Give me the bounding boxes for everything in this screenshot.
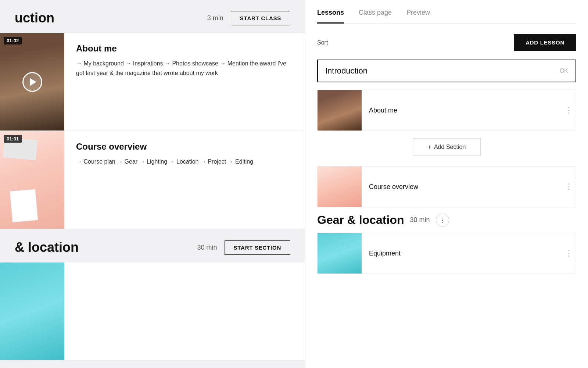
add-section-row: + Add Section [317,138,576,156]
lesson-item-thumb-person [318,90,362,131]
notebook-decoration [10,189,38,222]
lesson-item-menu-course-overview[interactable]: ⋮ [561,167,576,207]
lesson-item-title-course-overview: Course overview [369,183,554,191]
lesson-content-empty [64,262,305,360]
lesson-item-title-equipment: Equipment [369,250,554,257]
section2-heading-title: Gear & location [317,213,404,227]
section1-duration: 3 min [207,14,223,22]
three-dots-icon-1: ⋮ [565,106,573,115]
lesson-content-course-overview: Course overview → Course plan → Gear → L… [64,131,305,229]
lesson-item-menu-about-me[interactable]: ⋮ [561,90,576,131]
section2-meta: 30 min START SECTION [197,240,290,255]
lesson-title-course-overview: Course overview [76,142,293,152]
plus-icon: + [428,144,431,150]
lesson-item-course-overview: Course overview ⋮ [317,166,576,207]
tab-class-page[interactable]: Class page [359,9,392,24]
left-panel: uction 3 min START CLASS 01:02 About me … [0,0,305,368]
duration-badge-1: 01:02 [4,37,22,44]
add-section-label: Add Section [434,144,466,150]
lesson-item-content-about-me: About me [362,100,561,121]
lesson-thumbnail-course-overview: 01:01 [0,131,64,229]
lesson-desc-about-me: → My background → Inspirations → Photos … [76,59,293,78]
section2-header: & location 30 min START SECTION [0,229,305,262]
sort-button[interactable]: Sort [317,39,328,46]
start-class-button[interactable]: START CLASS [231,11,290,25]
lesson-item-thumb-desk [318,167,362,207]
section-input-row: OK [317,60,576,82]
tab-preview[interactable]: Preview [406,9,430,24]
section1-meta: 3 min START CLASS [207,11,290,25]
lesson-item-menu-equipment[interactable]: ⋮ [561,233,576,274]
three-dots-icon-3: ⋮ [565,249,573,258]
start-section-button[interactable]: START SECTION [225,240,290,255]
section1-title: uction [15,10,54,26]
section2-heading-duration: 30 min [410,216,430,224]
section-title-input[interactable] [325,66,560,76]
lesson-item-about-me: About me ⋮ [317,90,576,131]
ok-button[interactable]: OK [560,68,568,74]
camera-thumbnail-bg [0,262,64,360]
section2-title: & location [15,240,79,255]
section2-heading-row: Gear & location 30 min ⋮ [317,213,576,227]
lesson-card-camera [0,262,305,360]
three-dots-icon-2: ⋮ [565,182,573,192]
lesson-content-about-me: About me → My background → Inspirations … [64,33,305,131]
section2-dots-icon: ⋮ [439,216,446,224]
right-panel: Lessons Class page Preview Sort ADD LESS… [305,0,588,368]
lesson-item-thumb-camera [318,233,362,274]
play-button-1[interactable] [22,72,42,92]
duration-badge-2: 01:01 [4,135,22,143]
lesson-thumbnail-about-me: 01:02 [0,33,64,131]
tabs-row: Lessons Class page Preview [317,0,576,24]
section2-duration: 30 min [197,244,217,251]
lesson-desc-course-overview: → Course plan → Gear → Lighting → Locati… [76,157,293,167]
desk-thumbnail-bg [0,131,64,229]
add-lesson-button[interactable]: ADD LESSON [514,34,576,51]
lesson-thumbnail-camera [0,262,64,360]
toolbar: Sort ADD LESSON [317,34,576,51]
lesson-item-content-course-overview: Course overview [362,176,561,197]
lesson-item-equipment: Equipment ⋮ [317,233,576,274]
lesson-item-title-about-me: About me [369,107,554,114]
section1-header: uction 3 min START CLASS [0,0,305,33]
lesson-title-about-me: About me [76,43,293,54]
add-section-button[interactable]: + Add Section [413,138,481,156]
section2-menu-button[interactable]: ⋮ [436,214,449,227]
lesson-card-about-me: 01:02 About me → My background → Inspira… [0,33,305,131]
lesson-item-content-equipment: Equipment [362,243,561,264]
tab-lessons[interactable]: Lessons [317,9,344,24]
lesson-card-course-overview: 01:01 Course overview → Course plan → Ge… [0,131,305,229]
